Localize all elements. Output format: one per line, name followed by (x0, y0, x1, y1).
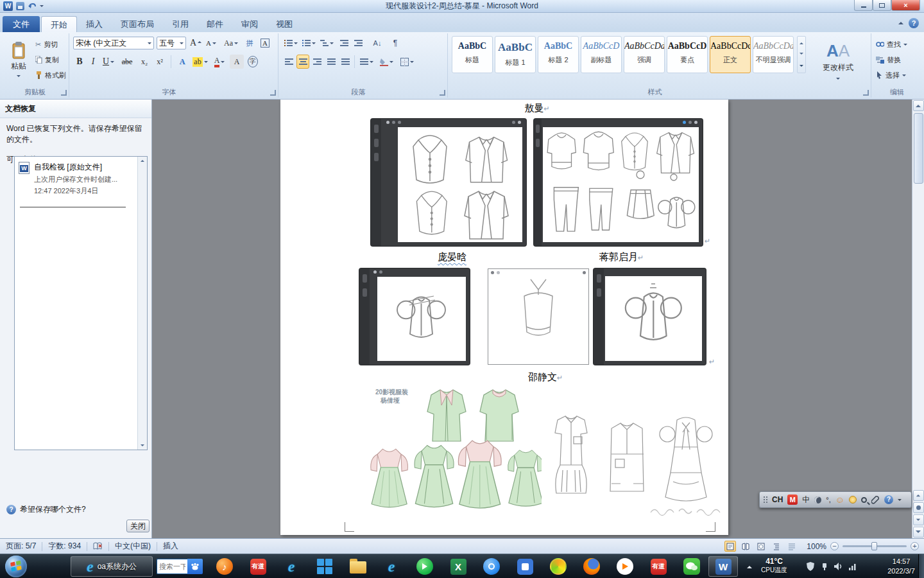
proofing-status-icon[interactable] (87, 542, 108, 550)
maximize-button[interactable] (873, 0, 891, 11)
taskbar-youdao-button[interactable]: 有道 (243, 556, 273, 577)
search-magnifier-icon[interactable] (861, 497, 867, 503)
multilevel-list-button[interactable] (318, 37, 335, 49)
start-button[interactable] (5, 556, 27, 577)
list-scroll-up-icon[interactable] (141, 158, 144, 162)
page-indicator[interactable]: 页面: 5/7 (0, 541, 42, 552)
enclose-characters-button[interactable]: 字 (245, 55, 261, 69)
taskbar-excel-button[interactable]: X (443, 556, 474, 577)
chinese-mode-indicator[interactable]: 中 (802, 495, 810, 505)
taskbar-blue-square-app-button[interactable] (509, 556, 540, 577)
tab-file[interactable]: 文件 (3, 16, 40, 32)
line-spacing-button[interactable] (358, 55, 375, 69)
taskbar-blue-app-button[interactable] (476, 556, 507, 577)
previous-page-button[interactable] (913, 490, 924, 501)
next-page-button[interactable] (913, 514, 924, 525)
tab-review[interactable]: 审阅 (232, 16, 267, 32)
taskbar-clock[interactable]: 14:57 2022/3/7 (887, 557, 915, 576)
help-icon[interactable]: ? (909, 18, 919, 28)
recovery-close-button[interactable]: 关闭 (126, 520, 150, 532)
change-case-button[interactable]: Aa (222, 37, 240, 49)
tab-references[interactable]: 引用 (163, 16, 198, 32)
gallery-up-icon[interactable] (800, 40, 803, 44)
taskbar-word-button[interactable]: W (708, 556, 738, 577)
phonetic-guide-button[interactable]: 拼 (243, 37, 257, 49)
style-subtle-emphasis[interactable]: AaBbCcDd不明显强调 (753, 36, 794, 73)
language-indicator[interactable]: 中文(中国) (109, 541, 157, 552)
list-scroll-down-icon[interactable] (141, 444, 144, 448)
select-browse-object-button[interactable] (913, 502, 924, 513)
search-input[interactable] (157, 559, 187, 574)
style-intense[interactable]: AaBbCcD要点 (667, 36, 708, 73)
wrench-settings-icon[interactable] (871, 496, 880, 504)
style-gallery-scroll[interactable] (797, 36, 806, 73)
borders-button[interactable] (398, 55, 416, 69)
taskbar-firefox-button[interactable] (576, 556, 607, 577)
punctuation-mode-icon[interactable]: °, (826, 496, 830, 504)
taskbar-colorful-app-button[interactable] (543, 556, 574, 577)
tray-show-hidden-icons-button[interactable] (743, 556, 756, 577)
tab-home[interactable]: 开始 (41, 16, 77, 32)
fullscreen-reading-view-button[interactable] (740, 541, 751, 552)
gallery-more-icon[interactable] (800, 65, 803, 69)
scrollbar-thumb[interactable] (914, 113, 923, 184)
taskbar-ie-window-button[interactable]: e oa系统办公 (71, 556, 153, 577)
character-shading-button[interactable]: A (230, 55, 244, 69)
bold-button[interactable]: B (73, 55, 86, 69)
shrink-font-button[interactable]: A (204, 37, 218, 49)
character-border-button[interactable]: A (258, 37, 272, 49)
shading-button[interactable] (377, 55, 395, 69)
taskbar-tiles-app-button[interactable] (309, 556, 340, 577)
change-styles-button[interactable]: AA 更改样式 (811, 36, 865, 87)
recovered-file-item[interactable]: W 自我检视 [原始文件] 上次用户保存文件时创建... 12:47 2022年… (19, 162, 134, 196)
word-count[interactable]: 字数: 934 (42, 541, 87, 552)
security-shield-icon[interactable] (803, 557, 817, 576)
scroll-down-button[interactable] (913, 527, 924, 538)
style-normal[interactable]: AaBbCcDd正文 (710, 36, 751, 73)
tab-insert[interactable]: 插入 (77, 16, 112, 32)
taskbar-youdao-dict-button[interactable]: 有道 (643, 556, 674, 577)
style-subtitle[interactable]: AaBbCcD副标题 (581, 36, 622, 73)
underline-button[interactable]: U (100, 55, 117, 69)
taskbar-iqiyi-button[interactable] (409, 556, 440, 577)
ime-m-icon[interactable]: M (787, 495, 798, 505)
zoom-slider[interactable] (843, 545, 907, 547)
font-color-button[interactable]: A (210, 55, 228, 69)
taskbar-media-player-button[interactable]: ♪ (209, 556, 240, 577)
zoom-slider-thumb[interactable] (871, 542, 877, 550)
align-left-button[interactable] (282, 55, 295, 69)
tab-view[interactable]: 视图 (267, 16, 302, 32)
langbar-collapse-icon[interactable] (898, 499, 902, 503)
taskbar-tencent-video-button[interactable] (610, 556, 640, 577)
draft-view-button[interactable] (786, 541, 798, 552)
cpu-temperature-widget[interactable]: 41°C CPU温度 (761, 557, 787, 575)
font-dialog-launcher[interactable] (270, 90, 276, 96)
distribute-button[interactable] (339, 55, 352, 69)
font-name-combo[interactable]: 宋体 (中文正文 (73, 37, 154, 49)
style-heading1[interactable]: AaBbC标题 1 (495, 36, 536, 73)
outline-view-button[interactable] (771, 541, 782, 552)
align-center-button[interactable] (296, 55, 309, 69)
numbering-button[interactable] (300, 37, 317, 49)
document-page[interactable]: 敖曼↵ (280, 100, 728, 535)
coin-icon[interactable] (849, 496, 857, 504)
copy-button[interactable]: 复制 (33, 53, 67, 67)
select-button[interactable]: 选择 (874, 68, 920, 82)
help-icon[interactable]: ? (884, 495, 893, 504)
zoom-out-button[interactable]: − (830, 542, 839, 550)
font-size-combo[interactable]: 五号 (157, 37, 186, 49)
emoji-smiley-icon[interactable]: ☺ (835, 495, 844, 505)
grow-font-button[interactable]: A (189, 37, 203, 49)
show-desktop-button[interactable] (918, 554, 924, 578)
find-button[interactable]: 查找 (874, 37, 920, 51)
style-heading[interactable]: AaBbC标题 (452, 36, 493, 73)
volume-icon[interactable] (832, 557, 846, 576)
taskbar-wechat-button[interactable] (676, 556, 707, 577)
taskbar-ie-button[interactable]: e (276, 556, 307, 577)
minimize-ribbon-icon[interactable] (898, 19, 903, 24)
langbar-grip-handle[interactable] (764, 496, 767, 503)
taskbar-explorer-button[interactable] (343, 556, 373, 577)
gallery-down-icon[interactable] (800, 53, 803, 57)
baidu-search-button[interactable] (187, 559, 203, 574)
zoom-level[interactable]: 100% (807, 542, 826, 551)
